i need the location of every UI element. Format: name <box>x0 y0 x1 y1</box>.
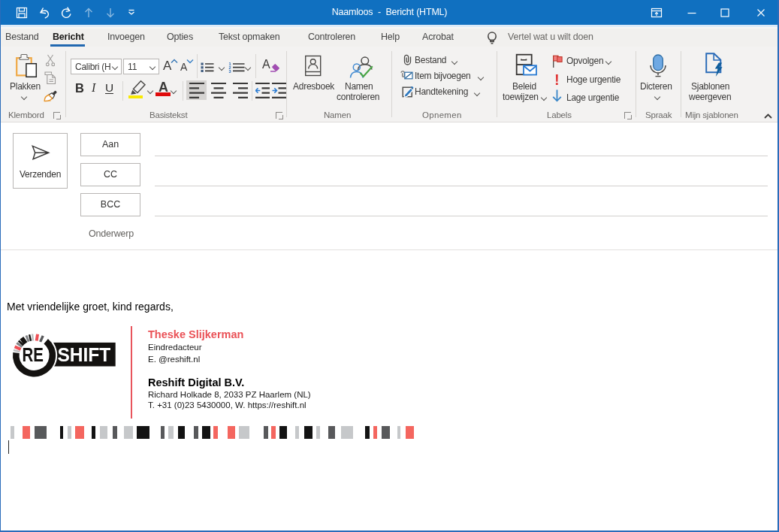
svg-text:3: 3 <box>229 69 231 73</box>
svg-text:SHIFT: SHIFT <box>57 344 110 365</box>
svg-text:RE: RE <box>22 343 44 366</box>
